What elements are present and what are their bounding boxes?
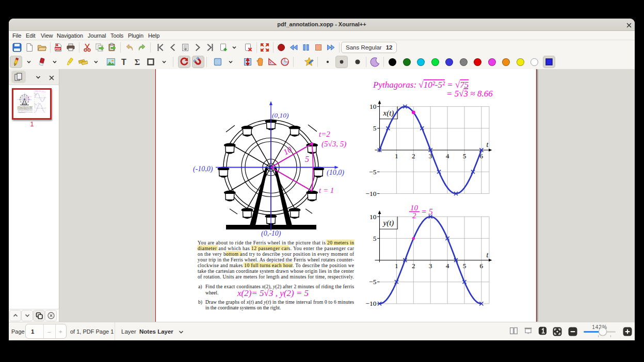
svg-text:Σ: Σ (135, 58, 140, 67)
svg-text:T: T (121, 58, 126, 67)
svg-text:PDF: PDF (55, 47, 61, 51)
